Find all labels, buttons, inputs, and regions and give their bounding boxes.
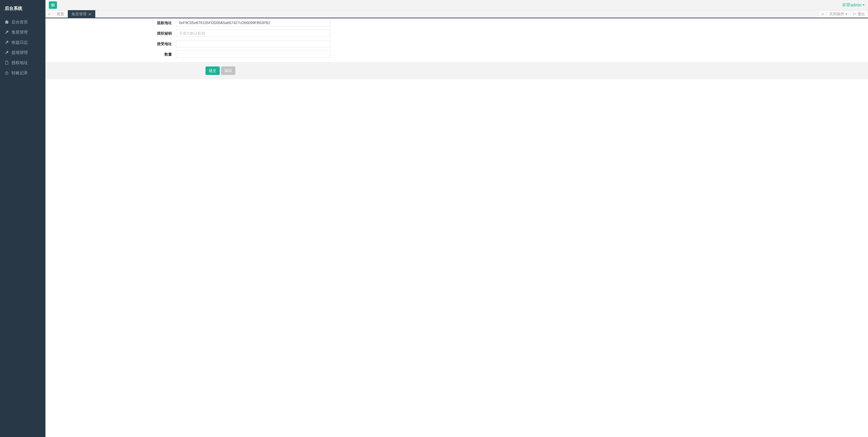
- caret-down-icon: [845, 14, 847, 15]
- sidebar-item-profit-log[interactable]: 收益日志: [0, 37, 45, 47]
- wrench-icon: [5, 30, 9, 34]
- welcome-prefix: 欢迎: [842, 2, 850, 8]
- close-ops-label: 关闭操作: [829, 12, 844, 17]
- back-button[interactable]: 返回: [221, 66, 235, 75]
- sidebar-item-label: 授权地址: [12, 60, 28, 65]
- tab-fish-active[interactable]: 鱼苗管理: [68, 10, 95, 18]
- sidebar-item-label: 转账记录: [12, 71, 28, 75]
- tab-scroll-right-button[interactable]: [819, 10, 827, 18]
- field-label: 提款地址: [45, 20, 176, 25]
- sidebar-nav: 后台首页 鱼苗管理 收益日志 提现管理 授权地址: [0, 17, 45, 78]
- submit-button[interactable]: 提交: [205, 66, 220, 75]
- sidebar: 后台系统 后台首页 鱼苗管理 收益日志 提现管理: [0, 0, 45, 437]
- tab-home[interactable]: 首页: [53, 10, 68, 18]
- form: 提款地址 授权秘钥 接受地址 数量: [45, 18, 868, 79]
- tab-label: 首页: [57, 12, 64, 17]
- amount-input[interactable]: [176, 51, 330, 58]
- close-ops-menu[interactable]: 关闭操作: [827, 10, 850, 18]
- topbar: 欢迎 admin: [45, 0, 868, 10]
- logout-icon: [853, 12, 856, 16]
- receive-address-input[interactable]: [176, 40, 330, 47]
- sidebar-item-auth-address[interactable]: 授权地址: [0, 58, 45, 68]
- wrench-icon: [5, 40, 9, 44]
- main-area: 欢迎 admin 首页 鱼苗管理 关闭操作: [45, 0, 868, 437]
- sidebar-item-label: 后台首页: [12, 20, 28, 24]
- form-actions: 提交 返回: [45, 62, 868, 79]
- caret-down-icon: [863, 4, 865, 6]
- exit-button[interactable]: 退出: [850, 10, 868, 18]
- wrench-icon: [5, 51, 9, 55]
- sidebar-item-transfer-log[interactable]: 转账记录: [0, 68, 45, 78]
- sidebar-item-dashboard[interactable]: 后台首页: [0, 17, 45, 27]
- auth-key-input[interactable]: [176, 29, 330, 37]
- field-label: 授权秘钥: [45, 31, 176, 36]
- home-icon: [5, 20, 9, 24]
- field-label: 接受地址: [45, 41, 176, 46]
- form-row-auth-key: 授权秘钥: [45, 29, 330, 37]
- exit-label: 退出: [857, 12, 865, 17]
- form-row-receive-address: 接受地址: [45, 40, 330, 47]
- username: admin: [850, 3, 862, 7]
- brand-title: 后台系统: [0, 0, 45, 17]
- sidebar-item-withdraw[interactable]: 提现管理: [0, 47, 45, 58]
- sidebar-item-fish[interactable]: 鱼苗管理: [0, 27, 45, 37]
- form-row-withdraw-address: 提款地址: [45, 19, 330, 26]
- sidebar-item-label: 提现管理: [12, 50, 28, 55]
- toggle-sidebar-button[interactable]: [49, 1, 57, 9]
- power-icon: [5, 71, 9, 75]
- document-icon: [5, 61, 9, 65]
- withdraw-address-input[interactable]: [176, 19, 330, 26]
- content: 提款地址 授权秘钥 接受地址 数量: [45, 18, 868, 437]
- tabbar: 首页 鱼苗管理 关闭操作 退出: [45, 10, 868, 18]
- sidebar-item-label: 鱼苗管理: [12, 30, 28, 35]
- sidebar-item-label: 收益日志: [12, 40, 28, 45]
- tab-label: 鱼苗管理: [72, 12, 86, 17]
- form-row-amount: 数量: [45, 51, 330, 58]
- user-menu[interactable]: 欢迎 admin: [842, 2, 865, 8]
- tab-scroll-left-button[interactable]: [45, 10, 53, 18]
- close-icon[interactable]: [88, 13, 92, 16]
- field-label: 数量: [45, 52, 176, 57]
